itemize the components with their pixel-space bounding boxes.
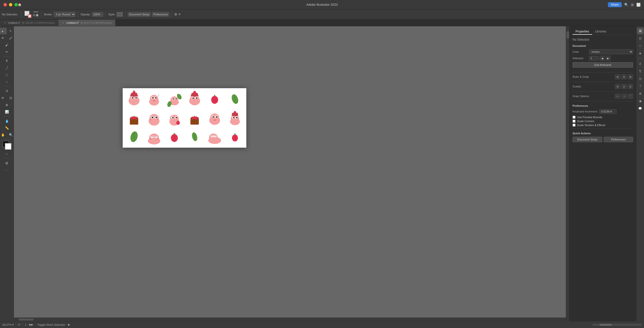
stroke-width-select[interactable]: 5 pt. Round 1 pt. 2 pt. 3 pt.	[54, 12, 76, 17]
gradient-mode[interactable]: □	[3, 151, 11, 157]
artboards-icon[interactable]: □	[637, 43, 644, 49]
free-transform-tool[interactable]: ⊡	[7, 95, 14, 101]
pathfinder-icon[interactable]: ⊕	[637, 90, 644, 97]
pencil-tool[interactable]: ✏	[3, 49, 11, 55]
document-setup-button[interactable]: Document Setup	[128, 12, 150, 17]
guide-icon-2[interactable]: ⊡	[621, 84, 627, 89]
close-button[interactable]	[4, 3, 7, 7]
artboard-prev-status[interactable]: ◀	[28, 323, 30, 326]
color-swatches[interactable]	[2, 141, 12, 150]
document-setup-qa-button[interactable]: Document Setup	[572, 137, 602, 142]
arrange-icon[interactable]: ≡	[178, 12, 180, 16]
transform-panel-icon[interactable]: ⊡	[637, 76, 644, 82]
properties-icon[interactable]: ⊞	[637, 28, 644, 34]
line-tool[interactable]: ╱	[3, 65, 11, 71]
scrollbar-thumb-h[interactable]	[19, 318, 34, 320]
tab-untitled-1[interactable]: ✕ Untitled-1* @ 199.06 % (CMYK/Preview)	[0, 20, 58, 26]
ruler-grid-icon-3[interactable]: ⊠	[628, 74, 633, 79]
ruler-grids-label: Ruler & Grids	[572, 75, 589, 78]
sticker-15	[164, 127, 184, 146]
tab-properties[interactable]: Properties	[572, 29, 592, 35]
paintbrush-tool[interactable]: 🖌	[3, 42, 11, 48]
fullscreen-button[interactable]	[14, 3, 18, 7]
ruler-grid-icon-2[interactable]: ⊟	[621, 74, 627, 79]
status-divider-3	[35, 323, 35, 326]
right-area: Properties Libraries No Selection Docume…	[569, 26, 644, 321]
svg-point-30	[192, 97, 194, 99]
tab-untitled-2[interactable]: ✕ Untitled-2* @ 66.67 % (CMYK/Preview)	[58, 20, 116, 26]
share-button[interactable]: Share	[608, 2, 622, 7]
align-panel-icon[interactable]: ⊤	[637, 83, 644, 89]
play-btn[interactable]: ▶	[68, 323, 70, 326]
color-mode[interactable]: ■	[0, 151, 2, 157]
preferences-qa-button[interactable]: Preferences	[604, 137, 633, 142]
zoom-tool[interactable]: 🔍	[7, 131, 14, 138]
bottom-scrollbar[interactable]	[592, 324, 642, 326]
sticker-4	[184, 90, 205, 108]
artboard-next-btn[interactable]: ▶	[606, 56, 610, 61]
graph-tool[interactable]: 📊	[3, 108, 11, 115]
curvature-tool[interactable]: 🖊	[7, 35, 14, 41]
warp-tool[interactable]: ⟳	[0, 95, 7, 101]
shape-builder-tool[interactable]: ⊕	[3, 102, 11, 108]
scale-corners-checkbox[interactable]	[572, 120, 576, 123]
character-icon[interactable]: A	[637, 61, 644, 67]
ellipse-tool[interactable]: ○	[3, 79, 11, 85]
opacity-input[interactable]	[92, 12, 103, 17]
align-icon[interactable]: ⊞	[174, 12, 177, 16]
keyboard-increment-input[interactable]	[599, 109, 616, 114]
search-icon[interactable]: 🔍	[624, 3, 628, 7]
measure-tool[interactable]: 📏	[3, 125, 11, 131]
bottom-scrollbar-thumb[interactable]	[600, 324, 612, 326]
artboard-controls: ◀ ▶	[589, 56, 610, 61]
scale-strokes-checkbox[interactable]	[572, 124, 576, 127]
pen-tool[interactable]: ✒	[0, 35, 7, 41]
style-preview[interactable]	[117, 12, 123, 17]
more-tools[interactable]: ···	[5, 168, 8, 173]
home-icon[interactable]: 🏠	[18, 3, 22, 7]
guide-icon-3[interactable]: ⊟	[628, 84, 633, 89]
tab-libraries[interactable]: Libraries	[592, 29, 610, 35]
appearance-panel-icon[interactable]: ◉	[637, 98, 644, 104]
windows-icon[interactable]: ⊞	[631, 3, 634, 7]
snap-icon-2[interactable]: ⊣	[621, 94, 627, 99]
guide-icon-1[interactable]: ⊞	[615, 84, 620, 89]
tool-sep-5	[4, 158, 10, 158]
horizontal-scrollbar[interactable]	[14, 317, 566, 321]
vertical-scrollbar[interactable]	[566, 26, 569, 321]
fill-color[interactable]	[24, 11, 32, 18]
zoom-dropdown-icon[interactable]: ▾	[12, 323, 14, 326]
units-select[interactable]: Inches Pixels Centimeters Millimeters Po…	[589, 49, 633, 54]
type-tool[interactable]: T	[3, 58, 11, 64]
svg-point-85	[212, 116, 214, 118]
rect-tool[interactable]: □	[3, 72, 11, 78]
hand-tool[interactable]: ✋	[0, 131, 7, 138]
scrollbar-thumb-v[interactable]	[566, 31, 569, 39]
svg-text:?: ?	[158, 94, 159, 97]
layers-icon[interactable]: ⊟	[637, 35, 644, 42]
direct-selection-tool[interactable]: ↖	[7, 28, 14, 34]
sep-5	[572, 129, 633, 129]
snap-icon-1[interactable]: ⊢	[615, 94, 620, 99]
artboard-next-status[interactable]: ▶	[31, 323, 33, 326]
minimize-button[interactable]	[9, 3, 12, 7]
artboard-prev-btn[interactable]: ◀	[600, 56, 605, 61]
artboard-tool[interactable]: ⊞	[3, 160, 11, 166]
selection-tool[interactable]: ▸	[0, 28, 7, 34]
snap-icon-3[interactable]: ⊤	[628, 94, 633, 99]
artboard-input[interactable]	[589, 56, 599, 60]
libraries-icon[interactable]: ◈	[637, 50, 644, 57]
background-swatch[interactable]	[5, 143, 12, 150]
preferences-toolbar-button[interactable]: Preferences	[152, 12, 169, 17]
ruler-grid-icon-1[interactable]: ⊞	[615, 74, 620, 79]
eyedropper-tool[interactable]: 💧	[3, 118, 11, 124]
maximize-icon[interactable]: ⬜	[636, 3, 640, 7]
edit-artboards-button[interactable]: Edit Artboards	[572, 62, 633, 68]
paragraph-icon[interactable]: ¶	[637, 68, 644, 75]
svg-line-117	[235, 133, 236, 135]
comments-icon[interactable]: 💬	[637, 105, 644, 112]
rotate-tool[interactable]: ↺	[3, 88, 11, 94]
tab-close-1[interactable]: ✕	[4, 21, 6, 24]
use-preview-bounds-checkbox[interactable]	[572, 116, 576, 119]
tab-close-2[interactable]: ✕	[62, 21, 65, 24]
